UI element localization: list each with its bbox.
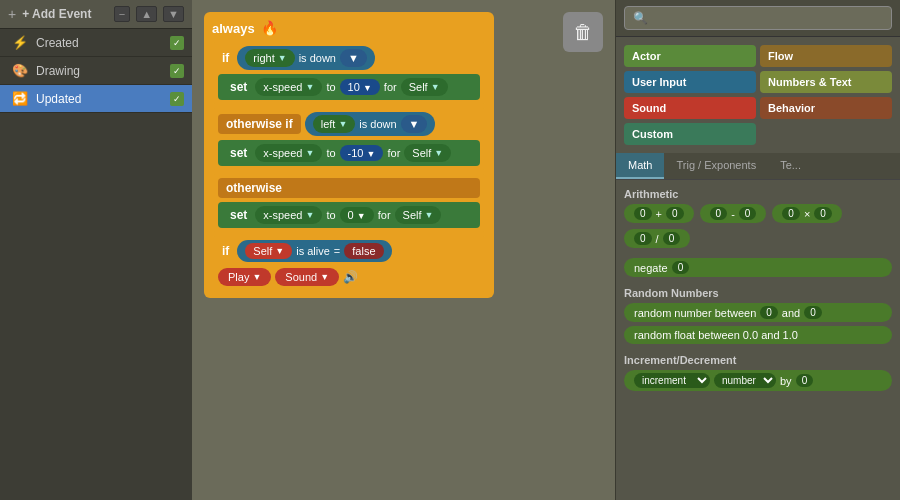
is-down-label: is down (299, 52, 336, 64)
plus-icon: + (8, 6, 16, 22)
increment-section: Increment/Decrement increment decrement … (624, 354, 892, 391)
cat-numbers-button[interactable]: Numbers & Text (760, 71, 892, 93)
self-arrow-3: ▼ (425, 210, 434, 220)
number-select[interactable]: number (714, 373, 776, 388)
search-input[interactable] (624, 6, 892, 30)
right-select[interactable]: right ▼ (245, 49, 294, 67)
to-label-3: to (326, 209, 335, 221)
otherwise-if-row: otherwise if left ▼ is down ▼ (218, 112, 480, 136)
random-int-block[interactable]: random number between 0 and 0 (624, 303, 892, 322)
multiply-block[interactable]: 0 × 0 (772, 204, 842, 223)
tab-trig[interactable]: Trig / Exponents (664, 153, 768, 179)
cat-behavior-button[interactable]: Behavior (760, 97, 892, 119)
random-title: Random Numbers (624, 287, 892, 299)
sub-num1: 0 (710, 207, 728, 220)
created-label: Created (36, 36, 162, 50)
set-xspeed-10: set x-speed ▼ to 10 ▼ for Self ▼ (218, 74, 480, 100)
otherwise-if-label: otherwise if (218, 114, 301, 134)
val-neg10-pill[interactable]: -10 ▼ (340, 145, 384, 161)
self-label-1: Self (409, 81, 428, 93)
category-grid: Actor Flow User Input Numbers & Text Sou… (616, 37, 900, 153)
drawing-check: ✓ (170, 64, 184, 78)
cat-actor-button[interactable]: Actor (624, 45, 756, 67)
xspeed-select-3[interactable]: x-speed ▼ (255, 206, 322, 224)
if-condition-left[interactable]: left ▼ is down ▼ (305, 112, 436, 136)
self-select-2[interactable]: Self ▼ (404, 144, 451, 162)
if-row-right: if right ▼ is down ▼ (218, 46, 480, 70)
up-button[interactable]: ▲ (136, 6, 157, 22)
self-select-1[interactable]: Self ▼ (401, 78, 448, 96)
sound-pill[interactable]: Sound ▼ (275, 268, 339, 286)
minus-button[interactable]: − (114, 6, 130, 22)
tab-text[interactable]: Te... (768, 153, 813, 179)
divide-block[interactable]: 0 / 0 (624, 229, 690, 248)
xspeed-select-1[interactable]: x-speed ▼ (255, 78, 322, 96)
is-alive-text: is alive (296, 245, 330, 257)
play-pill[interactable]: Play ▼ (218, 268, 271, 286)
false-label: false (352, 245, 375, 257)
play-arrow: ▼ (252, 272, 261, 282)
sidebar-item-drawing[interactable]: 🎨 Drawing ✓ (0, 57, 192, 85)
is-down-select[interactable]: ▼ (340, 49, 367, 67)
add-op: + (656, 208, 662, 220)
negate-section: negate 0 (624, 258, 892, 277)
increment-select[interactable]: increment decrement (634, 373, 710, 388)
self-arrow-1: ▼ (431, 82, 440, 92)
for-label-1: for (384, 81, 397, 93)
subtract-block[interactable]: 0 - 0 (700, 204, 767, 223)
random-int-min: 0 (760, 306, 778, 319)
div-op: / (656, 233, 659, 245)
set-label-1: set (226, 78, 251, 96)
flame-icon: 🔥 (261, 20, 278, 36)
xspeed-arrow-3: ▼ (305, 210, 314, 220)
if-condition-alive[interactable]: Self ▼ is alive = false (237, 240, 391, 262)
trash-button[interactable]: 🗑 (563, 12, 603, 52)
negate-label: negate (634, 262, 668, 274)
left-select[interactable]: left ▼ (313, 115, 356, 133)
xspeed-label-2: x-speed (263, 147, 302, 159)
self-label-2: Self (412, 147, 431, 159)
cat-flow-button[interactable]: Flow (760, 45, 892, 67)
random-int-max: 0 (804, 306, 822, 319)
by-val: 0 (796, 374, 814, 387)
val-0-pill[interactable]: 0 ▼ (340, 207, 374, 223)
play-row: Play ▼ Sound ▼ 🔊 (218, 266, 480, 288)
equals-text: = (334, 245, 340, 257)
self-pill[interactable]: Self ▼ (245, 243, 292, 259)
set-xspeed-0: set x-speed ▼ to 0 ▼ for Self ▼ (218, 202, 480, 228)
val-10: 10 (348, 81, 360, 93)
blocks-list: Arithmetic 0 + 0 0 - 0 0 × 0 0 (616, 180, 900, 500)
add-block[interactable]: 0 + 0 (624, 204, 694, 223)
cat-user-input-button[interactable]: User Input (624, 71, 756, 93)
drawing-label: Drawing (36, 64, 162, 78)
val-10-pill[interactable]: 10 ▼ (340, 79, 380, 95)
self-pill-label: Self (253, 245, 272, 257)
cat-custom-button[interactable]: Custom (624, 123, 756, 145)
val-arrow-2: ▼ (367, 149, 376, 159)
down-button[interactable]: ▼ (163, 6, 184, 22)
mul-num1: 0 (782, 207, 800, 220)
to-label-2: to (326, 147, 335, 159)
cat-sound-button[interactable]: Sound (624, 97, 756, 119)
self-pill-arrow: ▼ (275, 246, 284, 256)
xspeed-select-2[interactable]: x-speed ▼ (255, 144, 322, 162)
div-num1: 0 (634, 232, 652, 245)
false-pill[interactable]: false (344, 243, 383, 259)
negate-block[interactable]: negate 0 (624, 258, 892, 277)
increment-block[interactable]: increment decrement number by 0 (624, 370, 892, 391)
add-num2: 0 (666, 207, 684, 220)
if-condition-right[interactable]: right ▼ is down ▼ (237, 46, 375, 70)
random-float-block[interactable]: random float between 0.0 and 1.0 (624, 326, 892, 344)
if-block-right: if right ▼ is down ▼ set x-speed ▼ (212, 42, 486, 104)
arithmetic-title: Arithmetic (624, 188, 892, 200)
self-select-3[interactable]: Self ▼ (395, 206, 442, 224)
xspeed-label-1: x-speed (263, 81, 302, 93)
add-event-header[interactable]: + + Add Event − ▲ ▼ (0, 0, 192, 29)
sound-arrow: ▼ (320, 272, 329, 282)
self-label-3: Self (403, 209, 422, 221)
tab-math[interactable]: Math (616, 153, 664, 179)
sidebar-item-created[interactable]: ⚡ Created ✓ (0, 29, 192, 57)
sub-num2: 0 (739, 207, 757, 220)
is-down-select-2[interactable]: ▼ (401, 115, 428, 133)
sidebar-item-updated[interactable]: 🔁 Updated ✓ (0, 85, 192, 113)
